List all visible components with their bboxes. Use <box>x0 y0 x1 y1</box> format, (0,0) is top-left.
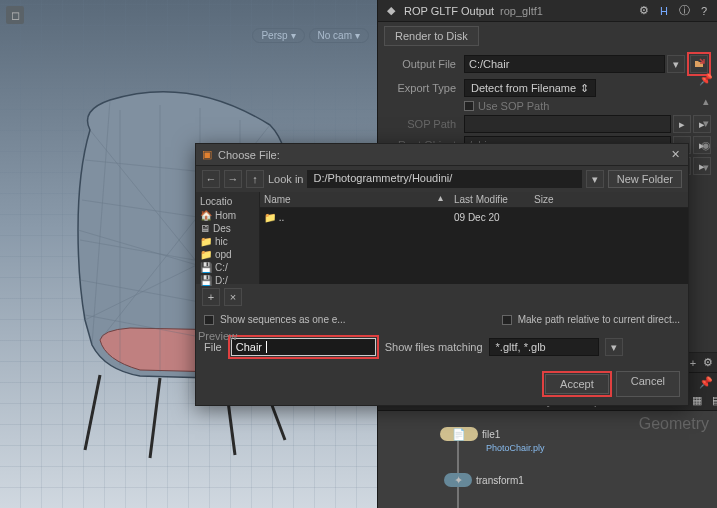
export-type-label: Export Type <box>384 82 462 94</box>
grid-icon[interactable]: ▦ <box>692 394 702 407</box>
chevron-down-icon[interactable]: ▾ <box>605 338 623 356</box>
export-type-select[interactable]: Detect from Filename ⇕ <box>464 79 596 97</box>
add-location-button[interactable]: + <box>202 288 220 306</box>
location-item[interactable]: 📁hic <box>198 235 257 248</box>
close-icon[interactable]: ✕ <box>668 148 682 161</box>
node-file[interactable]: 📄 file1 <box>440 427 500 441</box>
chevron-down-icon[interactable]: ▾ <box>586 170 604 188</box>
target-icon[interactable]: ◉ <box>697 136 715 154</box>
use-sop-label: Use SOP Path <box>478 100 549 112</box>
col-date[interactable]: Last Modifie <box>450 192 530 207</box>
sort-icon[interactable]: ▴ <box>430 192 450 207</box>
houdini-icon[interactable]: H <box>657 4 671 18</box>
cancel-button[interactable]: Cancel <box>616 371 680 397</box>
file-name-input[interactable]: Chair <box>231 338 376 356</box>
dialog-title: Choose File: <box>218 149 280 161</box>
nocam-label: No cam <box>318 30 352 41</box>
help-icon[interactable]: ⓘ <box>677 4 691 18</box>
folder-icon: 📁 <box>264 212 276 223</box>
transform-node-icon: ✦ <box>454 474 463 487</box>
output-file-field[interactable]: C:/Chair <box>464 55 665 73</box>
location-item[interactable]: 💾D:/ <box>198 274 257 287</box>
rop-title: ROP GLTF Output <box>404 5 494 17</box>
desktop-icon: 🖥 <box>200 223 210 234</box>
location-item[interactable]: 💾C:/ <box>198 261 257 274</box>
sop-path-field <box>464 115 671 133</box>
output-file-label: Output File <box>384 58 462 70</box>
forward-button[interactable]: → <box>224 170 242 188</box>
chevron-down-icon: ▾ <box>355 30 360 41</box>
file-node-icon: 📄 <box>452 428 466 441</box>
arrow-down-icon[interactable]: ▾ <box>697 114 715 132</box>
rop-node-name[interactable]: rop_gltf1 <box>500 5 543 17</box>
gear-icon[interactable]: ⚙ <box>637 4 651 18</box>
chevron-down-icon: ▾ <box>291 30 296 41</box>
rop-header: ◆ ROP GLTF Output rop_gltf1 ⚙ H ⓘ ? <box>378 0 717 22</box>
camera-dropdown[interactable]: No cam ▾ <box>309 28 369 43</box>
match-label: Show files matching <box>385 341 483 353</box>
sop-path-label: SOP Path <box>384 118 462 130</box>
accept-button[interactable]: Accept <box>545 374 609 394</box>
file-label: File <box>204 341 222 353</box>
file-list[interactable]: Name ▴ Last Modifie Size 📁 .. 09 Dec 20 <box>260 192 688 284</box>
remove-location-button[interactable]: × <box>224 288 242 306</box>
file-dialog: ▣ Choose File: ✕ ← → ↑ Look in D:/Photog… <box>195 143 689 406</box>
arrow-up-icon[interactable]: ▴ <box>697 92 715 110</box>
network-canvas[interactable]: Geometry 📄 file1 PhotoChair.ply ✦ transf… <box>378 411 717 508</box>
gear-icon[interactable]: ⚙ <box>703 356 713 369</box>
help-icon-2[interactable]: ? <box>697 4 711 18</box>
location-item[interactable]: 🏠Hom <box>198 209 257 222</box>
preview-label: Preview <box>198 330 237 342</box>
pin-icon[interactable]: 📌 <box>697 70 715 88</box>
list-icon[interactable]: ▤ <box>712 394 717 407</box>
persp-dropdown[interactable]: Persp ▾ <box>252 28 304 43</box>
relative-path-checkbox[interactable] <box>502 315 512 325</box>
show-sequences-checkbox[interactable] <box>204 315 214 325</box>
chooser-icon[interactable]: ▸ <box>673 115 691 133</box>
node-icon: ◆ <box>384 4 398 18</box>
folder-icon: 📁 <box>200 236 212 247</box>
render-button[interactable]: Render to Disk <box>384 26 479 46</box>
viewport-tool-icon[interactable]: ◻ <box>6 6 24 24</box>
houdini-icon: ▣ <box>202 148 212 161</box>
relative-path-label: Make path relative to current direct... <box>518 314 680 325</box>
path-field[interactable]: D:/Photogrammetry/Houdini/ <box>307 170 581 188</box>
arrow-down-icon[interactable]: ▾ <box>697 158 715 176</box>
node-file-path: PhotoChair.ply <box>486 443 545 453</box>
location-item[interactable]: 📁opd <box>198 248 257 261</box>
filter-select[interactable]: *.gltf, *.glb <box>489 338 599 356</box>
updown-icon: ⇕ <box>580 82 589 95</box>
folder-icon: 📁 <box>200 249 212 260</box>
new-folder-button[interactable]: New Folder <box>608 170 682 188</box>
locations-heading: Locatio <box>198 194 257 209</box>
file-row-parent[interactable]: 📁 .. 09 Dec 20 <box>260 208 688 227</box>
drive-icon: 💾 <box>200 275 212 286</box>
col-name[interactable]: Name <box>260 192 430 207</box>
pin-icon[interactable]: 📌 <box>699 376 713 389</box>
persp-label: Persp <box>261 30 287 41</box>
add-tab-icon[interactable]: + <box>690 357 696 369</box>
location-item[interactable]: 🖥Des <box>198 222 257 235</box>
col-size[interactable]: Size <box>530 192 688 207</box>
up-button[interactable]: ↑ <box>246 170 264 188</box>
show-sequences-label: Show sequences as one e... <box>220 314 346 325</box>
node-transform[interactable]: ✦ transform1 <box>444 473 524 487</box>
home-icon: 🏠 <box>200 210 212 221</box>
lookin-label: Look in <box>268 173 303 185</box>
back-button[interactable]: ← <box>202 170 220 188</box>
use-sop-checkbox[interactable] <box>464 101 474 111</box>
chevron-down-icon[interactable]: ▾ <box>667 55 685 73</box>
drive-icon: 💾 <box>200 262 212 273</box>
network-type-label: Geometry <box>639 415 709 433</box>
